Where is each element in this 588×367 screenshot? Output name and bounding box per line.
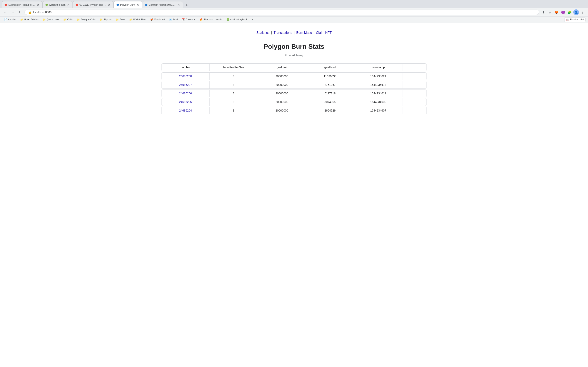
table-row: 2468620682000000061177181644234611: [161, 90, 427, 97]
reading-list-icon: 📖: [566, 18, 569, 21]
bookmark-prsnl[interactable]: 📁 Prsnl: [114, 17, 127, 22]
page-title: Polygon Burn Stats: [4, 43, 584, 50]
nav-transactions-link[interactable]: Transactions: [274, 31, 292, 35]
back-button[interactable]: ←: [2, 9, 8, 15]
tab-1-icon: 🔴: [4, 3, 7, 6]
cell-gaslimit: 20000000: [258, 73, 306, 80]
page-subtitle: From Alchemy: [4, 54, 584, 57]
cell-extra: [402, 90, 426, 97]
block-number-link[interactable]: 24686208: [179, 75, 192, 78]
bookmark-archive[interactable]: 📄 Archive: [2, 17, 18, 22]
bookmark-firebase-icon: 🔥: [200, 18, 203, 21]
bookmarks-bar: 📄 Archive 📁 Good Articles 📁 Quick Links …: [0, 17, 588, 23]
bookmark-firebase-label: Firebase console: [204, 18, 222, 21]
table-row: 2468620782000000027619671644234613: [161, 81, 427, 89]
menu-icon[interactable]: ⋮: [580, 9, 586, 15]
tab-3-close[interactable]: ✕: [108, 3, 111, 7]
tab-2[interactable]: 🟢 watch-the-burn ✕: [43, 1, 73, 8]
bookmark-metamask-label: MetaMask: [154, 18, 165, 21]
bookmark-polygon-calls-label: Polygon Calls: [81, 18, 95, 21]
tab-3[interactable]: 🔴 60 GWEI | Watch The Burn: El… ✕: [73, 1, 113, 8]
bookmark-star-icon[interactable]: ☆: [547, 9, 553, 15]
extensions-icon[interactable]: 🧩: [567, 9, 572, 15]
col-header-timestamp: timestamp: [354, 64, 402, 71]
toolbar-icons: ⬇ ☆ 🦊 🟣 🧩 👤 ⋮: [541, 9, 586, 15]
bookmark-metamask-icon: 🦊: [150, 18, 153, 21]
reading-list-button[interactable]: 📖 Reading List: [564, 17, 586, 22]
block-number-link[interactable]: 24686207: [179, 83, 192, 86]
block-number-link[interactable]: 24686206: [179, 92, 192, 95]
profile-avatar[interactable]: 👤: [573, 9, 579, 15]
tab-2-close[interactable]: ✕: [67, 3, 70, 7]
tab-5-icon: 🔵: [145, 3, 148, 6]
tab-1-close[interactable]: ✕: [36, 3, 40, 7]
tab-3-icon: 🔴: [75, 3, 78, 6]
table-body: 2468620882000000011029638164423462124686…: [161, 72, 427, 114]
cell-number: 24686205: [162, 98, 210, 106]
extension-polygon-icon[interactable]: 🟣: [560, 9, 566, 15]
bookmark-matic-storybook-icon: 📗: [226, 18, 229, 21]
cell-timestamp: 1644234611: [354, 90, 402, 97]
bookmark-calls[interactable]: 📁 Calls: [62, 17, 74, 22]
nav-burn-matic-link[interactable]: Burn Matic: [296, 31, 312, 35]
cell-gaslimit: 20000000: [258, 90, 306, 97]
tab-2-icon: 🟢: [45, 3, 48, 6]
nav-claim-nft-link[interactable]: Claim NFT: [316, 31, 332, 35]
bookmark-mail-label: Mail: [173, 18, 178, 21]
bookmark-polygon-calls[interactable]: 📁 Polygon Calls: [75, 17, 97, 22]
new-tab-button[interactable]: +: [184, 2, 190, 8]
cell-basefeepergas: 8: [210, 90, 258, 97]
lock-icon: 🔒: [28, 11, 31, 14]
tab-4[interactable]: 🔵 Polygon Burn ✕: [113, 1, 142, 8]
block-number-link[interactable]: 24686205: [179, 100, 192, 104]
page-content: Statistics | Transactions | Burn Matic |…: [0, 23, 588, 166]
bookmark-good-articles[interactable]: 📁 Good Articles: [18, 17, 40, 22]
table-row: 2468620482000000026647291644234607: [161, 107, 427, 114]
cell-extra: [402, 73, 426, 80]
bookmark-matic-storybook[interactable]: 📗 matic-storybook: [225, 17, 249, 22]
cell-timestamp: 1644234607: [354, 107, 402, 114]
bookmark-figmas-icon: 📁: [100, 18, 103, 21]
bookmark-quick-links-icon: 📁: [43, 18, 46, 21]
col-header-number: number: [162, 64, 210, 71]
cell-gaslimit: 20000000: [258, 81, 306, 89]
col-header-basefeepergas: baseFeePerGas: [210, 64, 258, 71]
bookmark-figmas-label: Figmas: [104, 18, 112, 21]
tab-5-close[interactable]: ✕: [177, 3, 180, 7]
bookmark-wallet-sites-label: Wallet Sites: [133, 18, 146, 21]
bookmark-metamask[interactable]: 🦊 MetaMask: [148, 17, 167, 22]
block-number-link[interactable]: 24686204: [179, 109, 192, 112]
bookmark-calendar[interactable]: 📅 Calendar: [180, 17, 197, 22]
cell-basefeepergas: 8: [210, 73, 258, 80]
tab-4-close[interactable]: ✕: [136, 3, 139, 7]
tab-2-title: watch-the-burn: [49, 3, 66, 6]
tab-1[interactable]: 🔴 Submission | Road to Web3 ✕: [2, 1, 43, 8]
table-header-row: number baseFeePerGas gasLimit gasUsed ti…: [161, 63, 427, 71]
url-bar[interactable]: 🔒 localhost:8080: [25, 9, 539, 15]
reload-button[interactable]: ↻: [17, 9, 23, 15]
cell-number: 24686206: [162, 90, 210, 97]
nav-separator-3: |: [314, 31, 314, 35]
bookmark-calendar-label: Calendar: [186, 18, 196, 21]
tab-5[interactable]: 🔵 Contract Address 0x70bca57… ✕: [142, 1, 183, 8]
bookmark-archive-label: Archive: [8, 18, 16, 21]
cell-timestamp: 1644234621: [354, 73, 402, 80]
cell-extra: [402, 98, 426, 106]
bookmark-archive-icon: 📄: [4, 18, 7, 21]
bookmark-prsnl-icon: 📁: [116, 18, 119, 21]
forward-button[interactable]: →: [10, 9, 16, 15]
nav-statistics-link[interactable]: Statistics: [256, 31, 269, 35]
tab-1-title: Submission | Road to Web3: [8, 3, 35, 6]
bookmark-quick-links[interactable]: 📁 Quick Links: [41, 17, 61, 22]
download-icon[interactable]: ⬇: [541, 9, 546, 15]
tab-overflow-button[interactable]: ⌄: [581, 2, 586, 8]
bookmark-mail[interactable]: 📧 Mail: [168, 17, 179, 22]
cell-timestamp: 1644234609: [354, 98, 402, 106]
address-bar: ← → ↻ 🔒 localhost:8080 ⬇ ☆ 🦊 🟣 🧩 👤 ⋮: [0, 8, 588, 17]
bookmark-firebase[interactable]: 🔥 Firebase console: [198, 17, 224, 22]
bookmark-figmas[interactable]: 📁 Figmas: [98, 17, 113, 22]
bookmark-wallet-sites[interactable]: 📁 Wallet Sites: [128, 17, 148, 22]
bookmarks-more-button[interactable]: »: [251, 17, 255, 22]
cell-basefeepergas: 8: [210, 98, 258, 106]
extension-fox-icon[interactable]: 🦊: [554, 9, 559, 15]
